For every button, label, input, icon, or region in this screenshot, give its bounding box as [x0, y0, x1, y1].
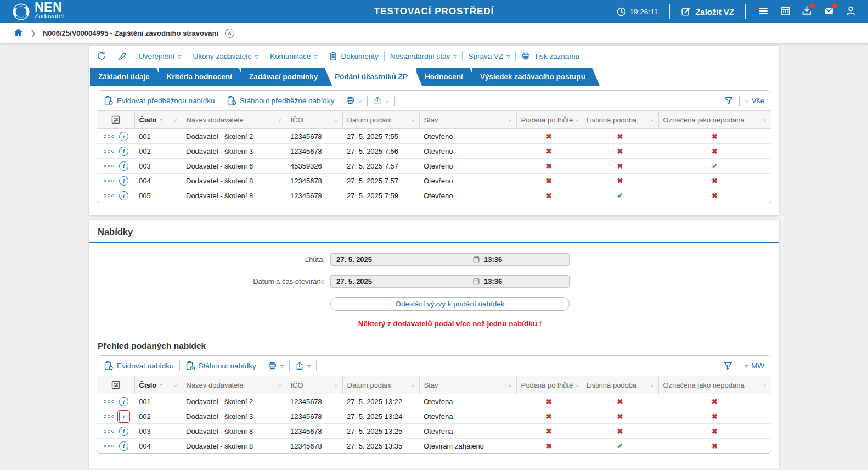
row-info-button[interactable]: i [119, 161, 128, 171]
column-header[interactable]: Název dodavatele▽ [182, 376, 286, 394]
profile-button[interactable] [846, 5, 856, 18]
toolbar-item-dokumenty[interactable]: Dokumenty [329, 51, 378, 62]
table-toolbar-export[interactable]: ▽ [295, 360, 311, 372]
refresh-button[interactable] [97, 50, 106, 62]
table-toolbar-print[interactable]: ▽ [268, 360, 284, 371]
tab-hodnoceni[interactable]: Hodnocení [416, 68, 477, 86]
late-flag: ✖ [516, 439, 582, 454]
table-row[interactable]: i003Dodavatel - školení 64535932627. 5. … [97, 159, 771, 174]
tab-kriteria-hodnoceni[interactable]: Kritéria hodnocení [159, 68, 246, 86]
toolbar-item-komunikace[interactable]: Komunikace▽ [270, 51, 317, 61]
table-row[interactable]: i002Dodavatel - školení 31234567827. 5. … [97, 144, 771, 159]
nen-logo[interactable]: NEN Zadavatel [12, 2, 64, 21]
column-header[interactable]: Stav▽ [419, 376, 516, 394]
table-row[interactable]: i002Dodavatel - školení 31234567827. 5. … [97, 409, 771, 424]
table-toolbar-stahnout-nabidky[interactable]: Stáhnout nabídky [185, 360, 256, 372]
row-menu-button[interactable] [104, 135, 114, 138]
column-header[interactable]: Číslo↑▽ [134, 111, 182, 129]
row-info-button[interactable]: i [119, 147, 128, 156]
home-button[interactable] [13, 27, 24, 39]
column-header[interactable]: Číslo↑▽ [134, 376, 182, 394]
column-header[interactable]: IČO▽ [286, 111, 342, 129]
row-info-button[interactable]: i [119, 132, 128, 141]
table-toolbar-evidovat-predbeznou-nabidku[interactable]: Evidovat předběžnou nabídku [104, 94, 215, 107]
messages-button[interactable] [823, 5, 835, 18]
columns-icon [111, 115, 121, 125]
row-info-button[interactable]: i [119, 176, 128, 186]
menu-button[interactable] [757, 6, 769, 18]
close-tab-button[interactable]: ✕ [225, 29, 234, 38]
refresh-icon [97, 51, 106, 61]
column-header[interactable]: Listinná podoba▽ [582, 376, 658, 394]
time-value: 13:36 [484, 255, 502, 264]
submission-date: 27. 5. 2025 13:24 [342, 409, 419, 424]
row-menu-button[interactable] [104, 400, 114, 403]
breadcrumb-item[interactable]: N006/25/V00004995 - Zajištění závodního … [43, 29, 218, 37]
row-info-button[interactable]: i [119, 412, 128, 421]
edit-button[interactable] [118, 51, 127, 62]
row-info-button[interactable]: i [119, 397, 128, 406]
row-menu-button[interactable] [104, 150, 114, 153]
row-menu-button[interactable] [104, 445, 114, 447]
calendar-button[interactable] [780, 5, 791, 18]
tab-vysledek-zadavaciho-postupu[interactable]: Výsledek zadávacího postupu [472, 68, 600, 86]
cross-icon: ✖ [546, 412, 552, 421]
ico: 12345678 [286, 129, 342, 144]
table-row[interactable]: i003Dodavatel - školení 81234567827. 5. … [97, 424, 771, 439]
send-call-for-tenders-button[interactable]: Odeslání výzvy k podání nabídek [330, 297, 570, 311]
toolbar-item-tisk-zaznamu[interactable]: Tisk záznamu [521, 51, 579, 61]
filter-button[interactable] [723, 360, 733, 372]
datetime-field-datum-cas-otevirani[interactable]: 27. 5. 202513:36 [330, 275, 570, 288]
column-header[interactable]: Označena jako nepodaná▽ [658, 376, 771, 394]
row-menu-button[interactable] [104, 415, 114, 418]
create-vz-button[interactable]: Založit VZ [681, 7, 734, 16]
filter-button[interactable] [724, 95, 734, 107]
column-header[interactable]: Podaná po lhůtě▽ [516, 376, 582, 394]
toolbar-item-uverejneni[interactable]: Uveřejnění▽ [139, 51, 181, 61]
column-header-inner: Datum podání▽ [347, 381, 415, 389]
clock: 19:26:11 [617, 7, 658, 16]
column-header[interactable]: Označena jako nepodaná▽ [658, 111, 771, 129]
tab-zadavaci-podminky[interactable]: Zadávací podmínky [241, 68, 332, 86]
table-toolbar-stahnout-predbezne-nabidky[interactable]: Stáhnout předběžné nabídky [227, 94, 335, 107]
row-menu-button[interactable] [104, 194, 114, 197]
datetime-field-lhuta[interactable]: 27. 5. 202513:36 [330, 253, 570, 266]
submission-date: 27. 5. 2025 13:25 [342, 424, 419, 439]
row-info-button[interactable]: i [119, 441, 128, 451]
toolbar-item-ukony-zadavatele[interactable]: Úkony zadavatele▽ [193, 51, 258, 61]
row-menu-button[interactable] [104, 180, 114, 182]
row-menu-button[interactable] [104, 165, 114, 167]
toolbar-item-sprava-vz[interactable]: Správa VZ▽ [468, 51, 510, 61]
row-info-button[interactable]: i [119, 191, 128, 200]
table-row[interactable]: i005Dodavatel - školení 81234567827. 5. … [97, 188, 771, 203]
view-selector[interactable]: ▽MW [745, 362, 764, 370]
column-header[interactable]: Název dodavatele▽ [182, 111, 286, 129]
column-header[interactable]: IČO▽ [286, 376, 342, 394]
field-label: Lhůta: [89, 255, 330, 264]
table-toolbar-print[interactable]: ▽ [346, 95, 362, 106]
toolbar-item-nestandardni-stav[interactable]: Nestandardní stav▽ [390, 51, 457, 61]
view-selector[interactable]: ▽Vše [745, 97, 764, 105]
row-menu-button[interactable] [104, 430, 114, 433]
table-toolbar-export[interactable]: ▽ [373, 95, 388, 107]
column-chooser-button[interactable] [111, 115, 121, 125]
tab-podani-ucastniku-zp[interactable]: Podání účastníků ZP [326, 68, 422, 86]
submitted-offers-table: Číslo↑▽Název dodavatele▽IČO▽Datum podání… [97, 376, 771, 453]
table-row[interactable]: i004Dodavatel - školení 81234567827. 5. … [97, 174, 771, 188]
column-header[interactable]: Stav▽ [419, 111, 516, 129]
tab-zakladni-udaje[interactable]: Základní údaje [90, 68, 164, 86]
column-header[interactable]: Datum podání▽ [342, 111, 419, 129]
column-header[interactable]: Datum podání▽ [342, 376, 419, 394]
table-toolbar-evidovat-nabidku[interactable]: Evidovat nabídku [104, 360, 174, 372]
table-row[interactable]: i001Dodavatel - školení 21234567827. 5. … [97, 394, 771, 409]
table-row[interactable]: i001Dodavatel - školení 21234567827. 5. … [97, 129, 771, 144]
table-row[interactable]: i004Dodavatel - školení 81234567827. 5. … [97, 439, 771, 454]
funnel-icon [723, 361, 733, 371]
downloads-button[interactable] [802, 5, 812, 18]
column-header[interactable]: Podaná po lhůtě▽ [516, 111, 582, 129]
row-info-button[interactable]: i [119, 427, 128, 436]
row-actions-cell: i [97, 409, 134, 424]
column-header-inner: Název dodavatele▽ [187, 116, 281, 124]
column-chooser-button[interactable] [111, 380, 121, 390]
column-header[interactable]: Listinná podoba▽ [582, 111, 658, 129]
